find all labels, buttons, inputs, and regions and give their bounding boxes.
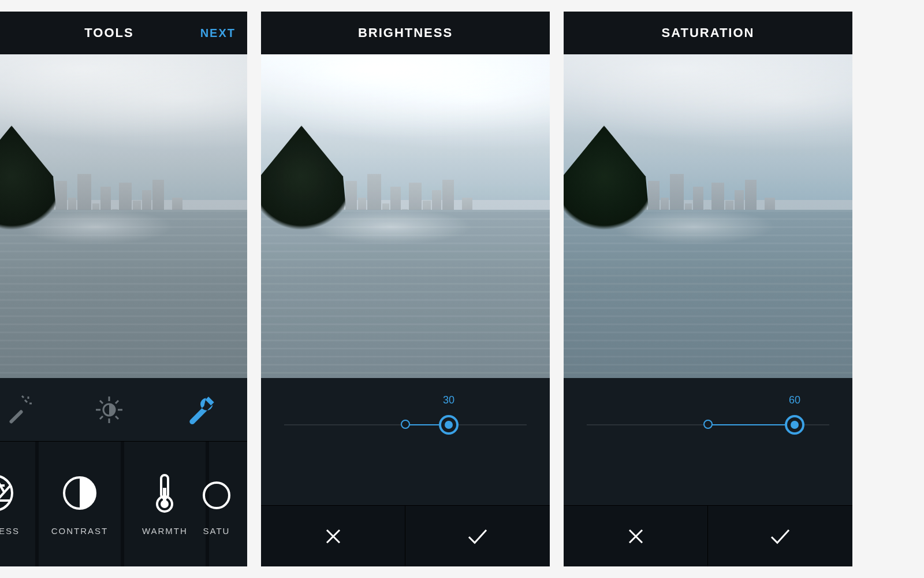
photo-preview [564,54,852,378]
tool-label: WARMTH [142,526,188,536]
tool-label: CONTRAST [51,526,109,536]
thermometer-icon [144,473,185,513]
tool-saturation[interactable]: SATU [209,442,247,566]
slider-value: 30 [443,394,454,406]
sun-contrast-icon [95,395,124,424]
apply-button[interactable] [708,506,852,566]
mode-wand[interactable] [0,378,63,441]
svg-rect-15 [163,488,166,502]
photo-preview [0,54,247,378]
svg-line-6 [100,401,103,403]
cancel-button[interactable] [261,506,405,566]
svg-rect-0 [9,409,23,424]
close-icon [323,527,343,546]
next-label: NEXT [200,27,236,40]
mode-tabs [0,378,247,442]
topbar: BRIGHTNESS [261,12,550,54]
wrench-icon [185,394,217,425]
topbar: SATURATION [564,12,852,54]
check-icon [769,527,791,546]
check-icon [467,527,489,546]
confirm-bar [564,505,852,566]
slider-area: 60 [564,378,852,505]
tool-contrast[interactable]: CONTRAST [39,442,120,566]
screen-saturation: SATURATION [564,12,852,566]
tool-warmth[interactable]: WARMTH [124,442,206,566]
screen-title: SATURATION [662,25,755,40]
aperture-icon [0,473,15,513]
droplet-icon [196,473,237,513]
screen-brightness: BRIGHTNESS [261,12,550,566]
wand-icon [3,395,32,424]
svg-line-9 [100,416,103,419]
svg-line-7 [116,416,118,419]
screen-title: TOOLS [84,25,133,40]
slider-knob[interactable] [785,415,804,435]
confirm-bar [261,505,550,566]
cancel-button[interactable] [564,506,708,566]
next-button[interactable]: NEXT [200,12,236,54]
svg-line-8 [116,401,118,403]
slider-knob[interactable] [439,415,459,435]
back-button[interactable] [0,12,6,54]
mode-tools[interactable] [155,378,247,441]
contrast-icon [59,473,100,513]
screen-tools: TOOLS NEXT [0,12,247,566]
close-icon [626,527,646,546]
topbar: TOOLS NEXT [0,12,247,54]
slider-center-marker [401,420,410,429]
tool-label: GHTNESS [0,526,20,536]
screen-title: BRIGHTNESS [358,25,453,40]
tool-strip[interactable]: GHTNESS CONTRAST [0,442,247,566]
svg-point-10 [0,476,12,510]
photo-preview [261,54,550,378]
apply-button[interactable] [405,506,550,566]
tool-brightness[interactable]: GHTNESS [0,442,35,566]
tool-label: SATU [203,526,230,536]
slider-value: 60 [789,394,800,406]
mode-lux[interactable] [63,378,155,441]
slider-area: 30 [261,378,550,505]
slider-center-marker [703,420,713,429]
svg-point-16 [204,483,229,508]
